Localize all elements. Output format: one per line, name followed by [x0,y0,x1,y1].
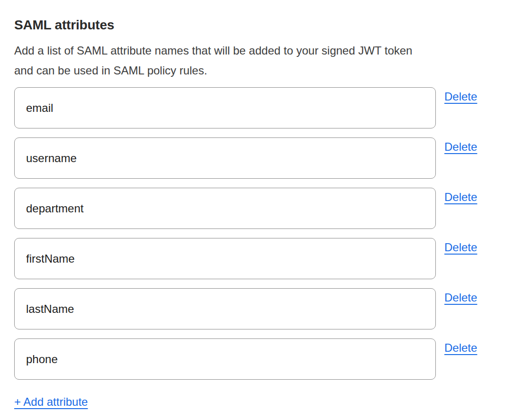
attribute-row: Delete [14,137,491,179]
attribute-row: Delete [14,338,491,380]
delete-attribute-link[interactable]: Delete [444,90,477,103]
section-description-line-1: Add a list of SAML attribute names that … [14,41,491,61]
saml-attributes-page: SAML attributes Add a list of SAML attri… [0,0,505,420]
attribute-name-input[interactable] [14,87,436,128]
attribute-row: Delete [14,288,491,329]
add-attribute-link[interactable]: + Add attribute [14,395,88,409]
delete-attribute-link[interactable]: Delete [444,291,477,304]
section-description: Add a list of SAML attribute names that … [14,41,491,81]
delete-attribute-link[interactable]: Delete [444,191,477,204]
saml-attributes-section: SAML attributes Add a list of SAML attri… [0,0,505,409]
attribute-name-input[interactable] [14,338,436,380]
delete-attribute-link[interactable]: Delete [444,140,477,154]
attribute-rows: Delete Delete Delete Delete Delete Delet… [14,87,491,380]
attribute-row: Delete [14,238,491,279]
delete-attribute-link[interactable]: Delete [444,241,477,254]
attribute-name-input[interactable] [14,238,436,279]
attribute-row: Delete [14,87,491,128]
section-description-line-2: and can be used in SAML policy rules. [14,61,491,81]
attribute-row: Delete [14,188,491,229]
attribute-name-input[interactable] [14,137,436,179]
attribute-name-input[interactable] [14,188,436,229]
attribute-name-input[interactable] [14,288,436,329]
delete-attribute-link[interactable]: Delete [444,341,477,355]
section-title: SAML attributes [14,17,491,33]
